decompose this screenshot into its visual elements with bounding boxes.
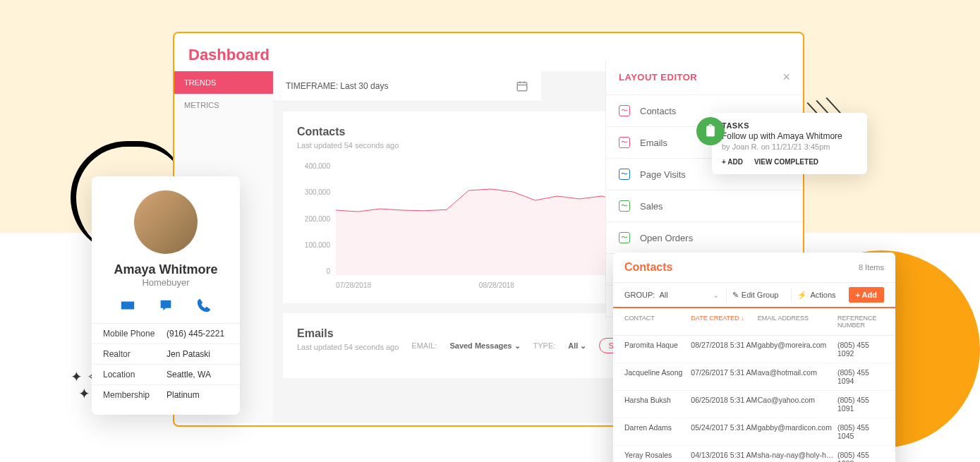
message-icon[interactable] — [158, 298, 174, 313]
contact-name: Amaya Whitmore — [92, 262, 240, 277]
contact-field: RealtorJen Pataski — [92, 344, 240, 364]
chart-icon: 〜 — [619, 137, 630, 148]
sidebar-item-metrics[interactable]: METRICS — [174, 94, 273, 116]
edit-group-button[interactable]: ✎ Edit Group — [726, 288, 785, 303]
timeframe-selector[interactable]: TIMEFRAME: Last 30 days — [273, 71, 541, 102]
email-filter-value[interactable]: Saved Messages ⌄ — [449, 341, 520, 351]
chevron-down-icon: ⌄ — [713, 291, 719, 300]
chart-icon: 〜 — [619, 232, 630, 243]
chart-icon: 〜 — [619, 200, 630, 212]
contact-card: Amaya Whitmore Homebuyer Mobile Phone(91… — [92, 176, 240, 415]
avatar — [134, 190, 198, 254]
table-row[interactable]: Harsha Buksh06/25/2018 5:31 AMCao@yahoo.… — [613, 391, 895, 418]
col-contact[interactable]: CONTACT — [624, 315, 691, 329]
contact-field: Mobile Phone(916) 445-2221 — [92, 323, 240, 344]
email-icon[interactable] — [120, 298, 135, 313]
tasks-card: TASKS Follow up with Amaya Whitmore by J… — [712, 113, 867, 174]
tasks-meta: by Joan R. on 11/21/21 3:45pm — [722, 142, 857, 151]
layout-editor-title: LAYOUT EDITOR — [619, 72, 697, 83]
close-icon[interactable]: × — [782, 70, 790, 85]
view-completed-button[interactable]: VIEW COMPLETED — [754, 158, 818, 166]
col-reference[interactable]: REFERENCE NUMBER — [837, 315, 884, 329]
contacts-panel: Contacts 8 Items GROUP: All ⌄ ✎ Edit Gro… — [613, 253, 895, 462]
col-date-created[interactable]: DATE CREATED ↓ — [691, 315, 757, 329]
contact-field: MembershipPlatinum — [92, 384, 240, 405]
type-filter-value[interactable]: All ⌄ — [568, 341, 586, 351]
col-email[interactable]: EMAIL ADDRESS — [758, 315, 837, 329]
layout-item-sales[interactable]: 〜Sales — [606, 190, 803, 222]
layout-item-open-orders[interactable]: 〜Open Orders — [606, 222, 803, 254]
contact-role: Homebuyer — [92, 277, 240, 288]
timeframe-label: TIMEFRAME: Last 30 days — [286, 81, 388, 91]
table-header: CONTACT DATE CREATED ↓ EMAIL ADDRESS REF… — [613, 308, 895, 336]
card-subtitle: Last updated 54 seconds ago — [297, 343, 399, 351]
add-task-button[interactable]: + ADD — [722, 158, 743, 166]
contacts-title: Contacts — [624, 261, 672, 274]
tasks-title: TASKS — [722, 121, 857, 130]
chart-icon: 〜 — [619, 105, 630, 116]
table-row[interactable]: Jacqueline Asong07/26/2017 5:31 AMava@ho… — [613, 363, 895, 391]
calendar-icon — [516, 80, 528, 92]
add-contact-button[interactable]: + Add — [849, 287, 884, 303]
email-filter-label: EMAIL: — [411, 341, 437, 350]
actions-button[interactable]: ⚡ Actions — [791, 288, 841, 303]
tasks-badge-icon — [696, 117, 725, 145]
table-row[interactable]: Yeray Rosales04/13/2016 5:31 AMsha-nay-n… — [613, 446, 895, 462]
tasks-description: Follow up with Amaya Whitmore — [722, 131, 857, 141]
chart-icon: 〜 — [619, 169, 630, 180]
svg-rect-0 — [517, 83, 527, 91]
contacts-count: 8 Items — [859, 263, 884, 272]
phone-icon[interactable] — [196, 298, 212, 313]
table-row[interactable]: Paromita Haque08/27/2018 5:31 AMgabby@mo… — [613, 336, 895, 363]
card-title: Emails — [297, 327, 399, 340]
sidebar-item-trends[interactable]: TRENDS — [174, 71, 273, 94]
contact-field: LocationSeattle, WA — [92, 364, 240, 384]
type-filter-label: TYPE: — [533, 341, 556, 350]
table-row[interactable]: Darren Adams05/24/2017 5:31 AMgabby@mard… — [613, 418, 895, 446]
group-selector[interactable]: GROUP: All ⌄ — [624, 291, 719, 300]
